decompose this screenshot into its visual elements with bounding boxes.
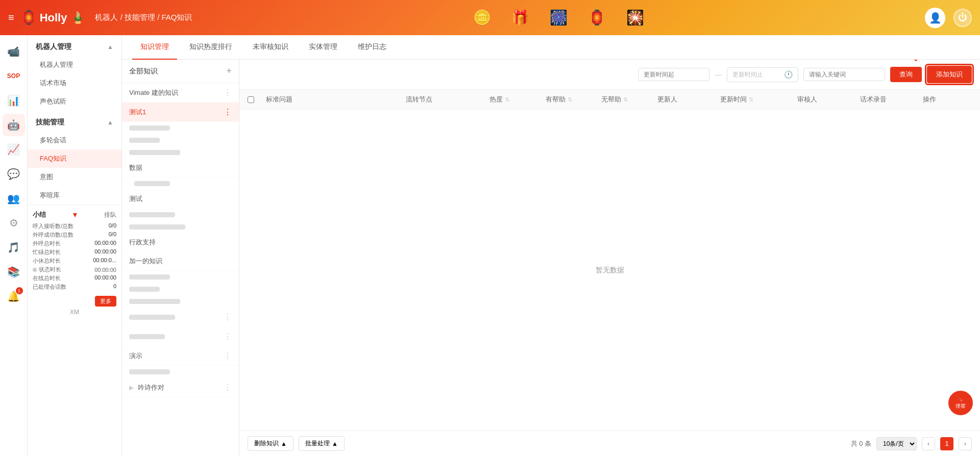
xm-label: XM: [33, 309, 116, 316]
tree-item-admin[interactable]: 行政支持: [122, 233, 239, 252]
icon-bar-robot[interactable]: 🤖: [3, 114, 25, 136]
sidebar-item-robot-manage[interactable]: 机器人管理: [28, 56, 121, 74]
tree-item-blurred-2[interactable]: [122, 134, 239, 146]
knowledge-tree: 全部知识 + Vimate 建的知识 ⋮ 测试1 ⋮: [122, 60, 239, 456]
tree-item-data-label: 数据: [129, 163, 142, 172]
col-header-helpful[interactable]: 有帮助 ⇅: [546, 95, 602, 104]
tree-item-test1-more[interactable]: ⋮: [224, 107, 232, 117]
icon-bar-chart[interactable]: 📊: [3, 89, 25, 112]
icon-bar-video[interactable]: 📹: [3, 40, 25, 63]
deco-envelope: 🎁: [511, 9, 529, 26]
select-all-checkbox[interactable]: [248, 96, 254, 103]
tree-item-blurred-8[interactable]: [122, 283, 239, 295]
tree-item-blurred-12[interactable]: [122, 366, 239, 378]
tab-knowledge-manage[interactable]: 知识管理: [132, 35, 177, 60]
header-decorations: 🪙 🎁 🎆 🏮 🎇: [192, 9, 925, 26]
tree-item-more-1[interactable]: ⋮: [224, 312, 232, 322]
tree-item-demo[interactable]: 演示 ⋮: [122, 346, 239, 366]
total-count: 共 0 条: [851, 439, 871, 448]
toolbar-right: — 更新时间止 🕐 查询 添加知识: [638, 66, 972, 83]
sidebar-item-multi-dialog[interactable]: 多轮会话: [28, 131, 121, 149]
avatar[interactable]: 👤: [925, 8, 945, 28]
tab-maintenance-log[interactable]: 维护日志: [350, 35, 395, 60]
tree-item-blurred-1[interactable]: [122, 122, 239, 134]
batch-process-button[interactable]: 批量处理 ▲: [299, 436, 345, 451]
tree-item-blurred-9[interactable]: [122, 295, 239, 308]
main-body: 📹 SOP 📊 🤖 📈 💬 👥 ⚙ 🎵 📚 🔔1 机器人管理 ▲ 机器人管理 话…: [0, 35, 980, 456]
tree-item-blurred-7[interactable]: [122, 271, 239, 283]
tree-add-button[interactable]: +: [226, 66, 232, 77]
delete-knowledge-button[interactable]: 删除知识 ▲: [248, 436, 293, 451]
sort-update-time-icon[interactable]: ⇅: [749, 96, 753, 103]
icon-bar-bell[interactable]: 🔔1: [3, 285, 25, 308]
tree-item-poetry-more[interactable]: ⋮: [224, 383, 232, 392]
sidebar-robot-section[interactable]: 机器人管理 ▲: [28, 35, 121, 56]
tree-item-vimate[interactable]: Vimate 建的知识 ⋮: [122, 83, 239, 103]
tree-item-test[interactable]: 测试: [122, 190, 239, 209]
tree-item-blurred-3[interactable]: [122, 146, 239, 159]
sidebar-skill-section[interactable]: 技能管理 ▲: [28, 111, 121, 131]
icon-bar: 📹 SOP 📊 🤖 📈 💬 👥 ⚙ 🎵 📚 🔔1: [0, 35, 28, 456]
tree-item-blurred-6[interactable]: [122, 221, 239, 233]
blurred-text-4: [134, 181, 170, 186]
tree-item-blurred-5[interactable]: [122, 209, 239, 221]
prev-page-button[interactable]: ‹: [922, 437, 935, 450]
col-header-checkbox[interactable]: [248, 96, 266, 103]
sidebar-item-script-market[interactable]: 话术市场: [28, 74, 121, 92]
sidebar-item-voice-test[interactable]: 声色试听: [28, 92, 121, 111]
tree-item-jiayi[interactable]: 加一的知识: [122, 252, 239, 271]
sort-heat-icon[interactable]: ⇅: [505, 96, 509, 103]
page-size-select[interactable]: 10条/页 20条/页 50条/页: [876, 437, 917, 450]
tree-item-blurred-4[interactable]: [122, 178, 239, 190]
icon-bar-music[interactable]: 🎵: [3, 236, 25, 259]
icon-bar-settings[interactable]: ⚙: [3, 212, 25, 234]
stat-row-status: 状态时长 00:00:00: [33, 266, 116, 273]
col-header-unhelpful[interactable]: 无帮助 ⇅: [601, 95, 657, 104]
blurred-text-5: [129, 212, 175, 217]
tree-item-poetry-label: 吟诗作对: [138, 383, 164, 392]
col-header-heat[interactable]: 热度 ⇅: [489, 95, 546, 104]
tree-item-blurred-more-1[interactable]: ⋮: [122, 308, 239, 327]
batch-dropdown-icon[interactable]: ▲: [332, 440, 338, 447]
blurred-text-12: [129, 369, 170, 374]
delete-dropdown-icon[interactable]: ▲: [281, 440, 287, 447]
sidebar-item-faq[interactable]: FAQ知识: [28, 149, 121, 168]
tab-unreviewed[interactable]: 未审核知识: [244, 35, 297, 60]
menu-icon[interactable]: ≡: [8, 12, 14, 23]
icon-bar-book[interactable]: 📚: [3, 261, 25, 283]
sidebar-item-intent[interactable]: 意图: [28, 168, 121, 186]
icon-bar-message[interactable]: 💬: [3, 163, 25, 185]
tree-item-poetry[interactable]: ▶ 吟诗作对 ⋮: [122, 378, 239, 397]
sticky-note-button[interactable]: 🔖 便签: [948, 391, 973, 415]
summary-filter[interactable]: ▼: [71, 211, 79, 219]
tree-item-demo-more[interactable]: ⋮: [224, 351, 232, 361]
date-start-input[interactable]: [638, 68, 709, 81]
tree-header: 全部知识 +: [122, 60, 239, 83]
icon-bar-analytics[interactable]: 📈: [3, 138, 25, 161]
deco-icon: 🎍: [71, 11, 85, 24]
sidebar-item-greeting[interactable]: 寒喧库: [28, 186, 121, 205]
tab-heat-rank[interactable]: 知识热度排行: [181, 35, 240, 60]
content-area: 知识管理 知识热度排行 未审核知识 实体管理 维护日志 全部知识 + Vimat…: [122, 35, 980, 456]
tree-item-data[interactable]: 数据: [122, 159, 239, 178]
icon-bar-sop[interactable]: SOP: [3, 65, 25, 87]
blurred-text-6: [129, 224, 185, 230]
tree-item-blurred-more-2[interactable]: ⋮: [122, 327, 239, 346]
tree-item-test1[interactable]: 测试1 ⋮: [122, 103, 239, 122]
sort-unhelpful-icon[interactable]: ⇅: [623, 96, 628, 103]
icon-bar-users[interactable]: 👥: [3, 187, 25, 210]
sidebar-more-button[interactable]: 更多: [95, 296, 116, 307]
date-end-container: 更新时间止 🕐: [727, 67, 798, 82]
stat-row-break: 小休总时长 00:00:0...: [33, 257, 116, 265]
col-header-update-time[interactable]: 更新时间 ⇅: [720, 95, 797, 104]
tree-item-more-2[interactable]: ⋮: [224, 332, 232, 341]
sort-helpful-icon[interactable]: ⇅: [568, 96, 572, 103]
blurred-text-7: [129, 274, 170, 280]
tree-item-vimate-more[interactable]: ⋮: [224, 88, 232, 97]
tab-entity[interactable]: 实体管理: [301, 35, 346, 60]
stat-row-outbound: 外呼成功数/总数 0/0: [33, 231, 116, 239]
tree-item-vimate-label: Vimate 建的知识: [129, 88, 178, 97]
next-page-button[interactable]: ›: [959, 437, 972, 450]
add-knowledge-button[interactable]: 添加知识: [927, 66, 972, 83]
power-button[interactable]: ⏻: [953, 9, 972, 27]
